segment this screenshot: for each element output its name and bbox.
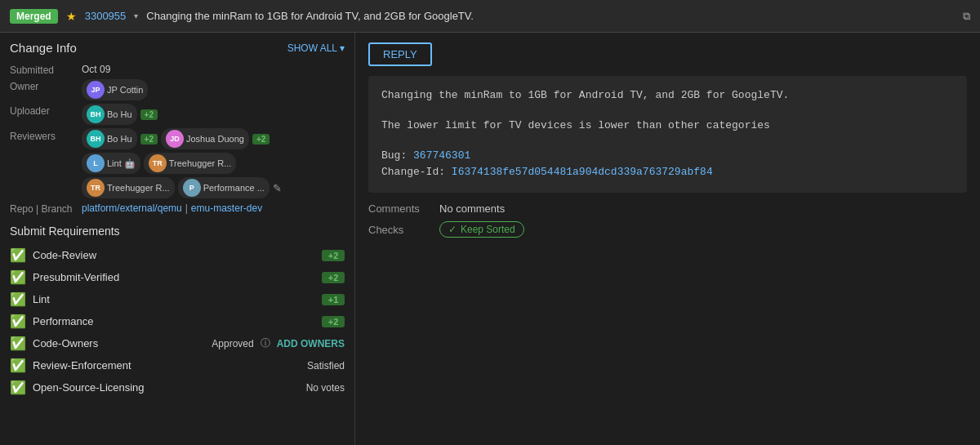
- repo-value: platform/external/qemu | emu-master-dev: [82, 202, 345, 215]
- check-icon-lint: ✅: [10, 291, 26, 307]
- req-code-owners-name: Code-Owners: [33, 337, 205, 349]
- commit-bug-line: Bug: 367746301: [381, 148, 954, 165]
- req-open-source-status: No votes: [306, 382, 345, 394]
- avatar-tree2: TR: [87, 179, 105, 197]
- uploader-vote: +2: [140, 109, 158, 120]
- avatar-jd: JD: [166, 130, 184, 148]
- reviewer1-chip[interactable]: BH Bo Hu: [82, 128, 137, 149]
- chevron-down-icon: ▾: [340, 42, 345, 54]
- repo-link[interactable]: platform/external/qemu: [82, 202, 182, 214]
- req-presubmit-name: Presubmit-Verified: [33, 271, 315, 283]
- comments-label: Comments: [368, 202, 430, 215]
- owner-value: JP JP Cottin: [82, 79, 345, 100]
- req-code-owners-status: Approved: [212, 338, 253, 349]
- req-lint-name: Lint: [33, 293, 315, 305]
- commit-message-box: Changing the minRam to 1GB for Android T…: [368, 76, 967, 193]
- owner-chip[interactable]: JP JP Cottin: [82, 79, 148, 100]
- checks-label: Checks: [368, 224, 430, 236]
- req-performance-name: Performance: [33, 315, 315, 327]
- reviewer5-chip[interactable]: TR Treehugger R...: [82, 177, 175, 198]
- chevron-down-icon: ▾: [134, 11, 138, 20]
- owner-label: Owner: [10, 79, 75, 100]
- req-code-review-row: ✅ Code-Review +2: [10, 244, 345, 266]
- comments-row: Comments No comments: [368, 202, 967, 215]
- reviewer4-chip[interactable]: TR Treehugger R...: [144, 153, 237, 174]
- help-icon[interactable]: ⓘ: [261, 336, 270, 350]
- avatar-bo2: BH: [87, 130, 105, 148]
- avatar-jp: JP: [87, 81, 105, 99]
- check-icon-presubmit: ✅: [10, 269, 26, 285]
- main-layout: Change Info SHOW ALL ▾ Submitted Oct 09 …: [0, 33, 980, 445]
- bug-link[interactable]: 367746301: [413, 149, 470, 162]
- req-performance-row: ✅ Performance +2: [10, 310, 345, 332]
- merged-badge: Merged: [10, 9, 58, 24]
- submit-requirements-title: Submit Requirements: [10, 225, 345, 238]
- edit-reviewers-icon[interactable]: ✎: [273, 182, 282, 194]
- uploader-chip[interactable]: BH Bo Hu: [82, 104, 137, 125]
- check-icon-code-owners: ✅: [10, 336, 26, 351]
- right-panel: REPLY Changing the minRam to 1GB for And…: [355, 33, 980, 445]
- reviewer2-vote: +2: [252, 134, 270, 145]
- show-all-button[interactable]: SHOW ALL ▾: [287, 42, 345, 54]
- check-icon-open-source: ✅: [10, 380, 26, 395]
- avatar-lint: L: [87, 154, 105, 172]
- checks-row: Checks ✓ Keep Sorted: [368, 221, 967, 238]
- req-review-enforcement-name: Review-Enforcement: [33, 359, 301, 372]
- change-number-link[interactable]: 3300955: [85, 10, 127, 22]
- change-info-header: Change Info SHOW ALL ▾: [10, 41, 345, 55]
- repo-label: Repo | Branch: [10, 202, 75, 215]
- keep-sorted-badge[interactable]: ✓ Keep Sorted: [439, 221, 524, 238]
- submit-requirements-section: Submit Requirements ✅ Code-Review +2 ✅ P…: [10, 225, 345, 398]
- reviewer2-chip[interactable]: JD Joshua Duong: [161, 128, 249, 149]
- check-icon-performance: ✅: [10, 314, 26, 329]
- submitted-label: Submitted: [10, 63, 75, 76]
- req-code-owners-row: ✅ Code-Owners Approved ⓘ ADD OWNERS: [10, 332, 345, 354]
- req-code-review-score: +2: [322, 250, 345, 261]
- commit-changeid-line: Change-Id: I6374138fe57d054481a904dcd339…: [381, 164, 954, 181]
- reply-button[interactable]: REPLY: [368, 42, 432, 66]
- req-open-source-name: Open-Source-Licensing: [33, 381, 300, 394]
- commit-line2: The lower limit for TV devices is lower …: [381, 118, 954, 135]
- req-review-enforcement-row: ✅ Review-Enforcement Satisfied: [10, 354, 345, 376]
- commit-line1: Changing the minRam to 1GB for Android T…: [381, 87, 954, 105]
- top-bar: Merged ★ 3300955 ▾ Changing the minRam t…: [0, 0, 980, 33]
- comments-value: No comments: [439, 202, 505, 215]
- uploader-value: BH Bo Hu +2: [82, 104, 345, 125]
- check-icon-review-enforcement: ✅: [10, 358, 26, 373]
- info-table: Submitted Oct 09 Owner JP JP Cottin Uplo…: [10, 63, 345, 215]
- avatar-perf: P: [183, 179, 201, 197]
- reviewer1-vote: +2: [140, 134, 158, 145]
- branch-link[interactable]: emu-master-dev: [191, 202, 262, 214]
- req-presubmit-score: +2: [322, 272, 345, 283]
- req-presubmit-row: ✅ Presubmit-Verified +2: [10, 266, 345, 288]
- submitted-value: Oct 09: [82, 63, 345, 76]
- reviewers-value: BH Bo Hu +2 JD Joshua Duong +2 L Lint 🤖: [82, 128, 345, 198]
- left-panel: Change Info SHOW ALL ▾ Submitted Oct 09 …: [0, 33, 355, 445]
- add-owners-button[interactable]: ADD OWNERS: [277, 338, 345, 349]
- star-icon: ★: [66, 10, 77, 23]
- avatar-bo: BH: [87, 105, 105, 123]
- check-circle-icon: ✓: [448, 224, 457, 235]
- reviewers-label: Reviewers: [10, 128, 75, 198]
- req-lint-row: ✅ Lint +1: [10, 288, 345, 310]
- change-id-link[interactable]: I6374138fe57d054481a904dcd339a763729abf8…: [452, 166, 713, 178]
- copy-icon[interactable]: ⧉: [963, 10, 970, 23]
- req-lint-score: +1: [322, 294, 345, 305]
- req-performance-score: +2: [322, 316, 345, 327]
- change-title: Changing the minRam to 1GB for Android T…: [146, 10, 955, 22]
- req-code-review-name: Code-Review: [33, 249, 315, 261]
- avatar-tree: TR: [149, 154, 167, 172]
- reviewer6-chip[interactable]: P Performance ...: [178, 177, 270, 198]
- change-info-title: Change Info: [10, 41, 77, 55]
- req-review-enforcement-status: Satisfied: [307, 360, 345, 372]
- req-open-source-row: ✅ Open-Source-Licensing No votes: [10, 376, 345, 398]
- uploader-label: Uploader: [10, 104, 75, 125]
- check-icon-code-review: ✅: [10, 247, 26, 263]
- reviewer3-chip[interactable]: L Lint 🤖: [82, 153, 140, 174]
